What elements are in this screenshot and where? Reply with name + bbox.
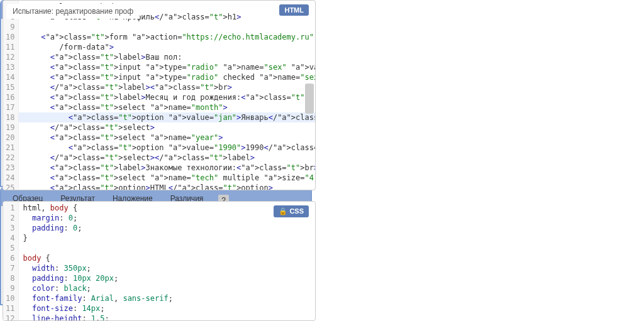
html-code-area[interactable]: <"a">class="t">body> <"a">class="t">h1>П… xyxy=(19,1,315,190)
css-badge: 🔒 CSS xyxy=(274,205,309,217)
css-code-area[interactable]: html, body { margin: 0; padding: 0;}body… xyxy=(19,202,315,320)
css-editor-panel: 🔒 CSS 12345678910111213141516 html, body… xyxy=(3,201,316,321)
html-editor-panel: HTML 78910111213141516171819202122232425… xyxy=(3,0,316,190)
html-badge: HTML xyxy=(279,4,309,16)
html-line-gutter: 7891011121314151617181920212223242526272… xyxy=(3,1,19,190)
html-scrollbar-thumb[interactable] xyxy=(305,84,314,114)
css-line-gutter: 12345678910111213141516 xyxy=(3,202,19,320)
browser-tab[interactable]: Испытание: редактирование проф xyxy=(6,4,140,19)
